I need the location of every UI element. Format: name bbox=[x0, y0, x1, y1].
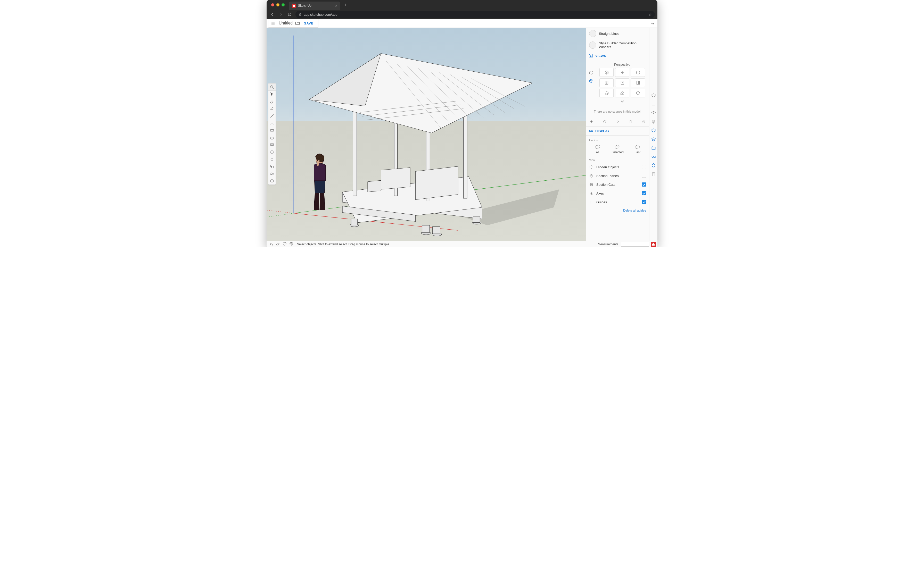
soften-button[interactable] bbox=[650, 162, 657, 169]
open-folder-button[interactable] bbox=[295, 20, 300, 26]
play-scene-button[interactable] bbox=[615, 119, 620, 125]
view-right-button[interactable] bbox=[599, 78, 614, 87]
scene-settings-button[interactable] bbox=[641, 119, 647, 125]
offset-tool[interactable] bbox=[268, 141, 276, 148]
view-label: View bbox=[586, 157, 649, 163]
style-item[interactable]: Straight Lines bbox=[586, 28, 649, 39]
browser-tab[interactable]: SketchUp × bbox=[289, 2, 340, 10]
delete-scene-button[interactable] bbox=[628, 119, 634, 125]
svg-marker-28 bbox=[381, 168, 410, 189]
line-tool[interactable] bbox=[268, 112, 276, 120]
svg-line-3 bbox=[267, 210, 294, 213]
3d-viewport[interactable] bbox=[267, 28, 586, 241]
svg-point-55 bbox=[643, 121, 644, 122]
close-tab-icon[interactable]: × bbox=[335, 4, 337, 7]
hidden-objects-option[interactable]: Hidden Objects bbox=[586, 163, 649, 171]
svg-point-60 bbox=[654, 156, 656, 158]
bookmark-star-icon[interactable]: ☆ bbox=[648, 13, 652, 16]
maximize-window-button[interactable] bbox=[282, 3, 285, 7]
svg-rect-53 bbox=[639, 81, 639, 84]
svg-rect-38 bbox=[473, 216, 480, 222]
checkbox[interactable] bbox=[642, 183, 646, 187]
view-iso-button[interactable] bbox=[599, 68, 614, 77]
select-tool[interactable] bbox=[268, 91, 276, 98]
redo-button[interactable] bbox=[276, 242, 280, 247]
unhide-all-button[interactable]: All bbox=[594, 144, 601, 154]
guides-option[interactable]: Guides bbox=[586, 197, 649, 206]
views-section-header[interactable]: VIEWS bbox=[586, 51, 649, 60]
style-label: Style Builder Competition Winners bbox=[599, 41, 646, 49]
view-top-button[interactable] bbox=[615, 68, 629, 77]
svg-point-51 bbox=[622, 82, 623, 83]
forward-button[interactable] bbox=[278, 12, 284, 18]
refresh-scene-button[interactable] bbox=[602, 119, 607, 125]
sketchup-logo-icon[interactable] bbox=[651, 242, 656, 247]
paint-tool[interactable] bbox=[268, 105, 276, 112]
layers-button[interactable] bbox=[650, 136, 657, 142]
delete-guides-link[interactable]: Delete all guides bbox=[623, 209, 646, 212]
section-planes-option[interactable]: Section Planes bbox=[586, 171, 649, 180]
tape-tool[interactable] bbox=[268, 170, 276, 177]
rotate-tool[interactable] bbox=[268, 156, 276, 163]
view-left-button[interactable] bbox=[631, 78, 645, 87]
menu-button[interactable] bbox=[269, 20, 277, 27]
eraser-tool[interactable] bbox=[268, 98, 276, 105]
expand-views-button[interactable] bbox=[597, 97, 648, 104]
svg-rect-35 bbox=[351, 219, 358, 225]
collapse-panel-button[interactable] bbox=[650, 21, 655, 26]
view-bottom-button[interactable] bbox=[599, 89, 614, 97]
styles-button[interactable] bbox=[650, 127, 657, 133]
instructor-button[interactable] bbox=[650, 101, 657, 107]
checkbox[interactable] bbox=[642, 200, 646, 204]
style-item[interactable]: Style Builder Competition Winners bbox=[586, 39, 649, 51]
scenes-button[interactable] bbox=[650, 145, 657, 151]
display-button[interactable] bbox=[650, 154, 657, 160]
add-scene-button[interactable] bbox=[589, 119, 594, 125]
tab-title: SketchUp bbox=[298, 4, 333, 7]
back-button[interactable] bbox=[269, 12, 276, 18]
svg-point-41 bbox=[271, 109, 271, 110]
window-controls[interactable] bbox=[269, 3, 287, 7]
view-iso2-button[interactable] bbox=[631, 89, 645, 97]
close-window-button[interactable] bbox=[271, 3, 274, 7]
display-section-header[interactable]: DISPLAY bbox=[586, 126, 649, 136]
view-house-button[interactable] bbox=[615, 89, 629, 97]
new-tab-button[interactable]: + bbox=[342, 1, 348, 9]
help-button[interactable] bbox=[282, 242, 287, 247]
clipboard-button[interactable] bbox=[650, 171, 657, 177]
save-button[interactable]: SAVE bbox=[301, 20, 316, 27]
view-front-button[interactable] bbox=[631, 68, 645, 77]
checkbox[interactable] bbox=[642, 165, 646, 169]
pushpull-tool[interactable] bbox=[268, 134, 276, 141]
style-thumb-icon bbox=[589, 41, 596, 49]
entity-info-button[interactable] bbox=[650, 92, 657, 99]
section-cuts-option[interactable]: Section Cuts bbox=[586, 180, 649, 189]
checkbox[interactable] bbox=[642, 174, 646, 178]
rectangle-tool[interactable] bbox=[268, 127, 276, 134]
geo-button[interactable] bbox=[289, 242, 294, 247]
reload-button[interactable] bbox=[287, 12, 293, 18]
materials-button[interactable] bbox=[650, 118, 657, 125]
minimize-window-button[interactable] bbox=[276, 3, 279, 7]
arc-tool[interactable] bbox=[268, 120, 276, 127]
measurements-input[interactable] bbox=[621, 242, 649, 247]
glasses-icon bbox=[589, 128, 593, 133]
axes-option[interactable]: Axes bbox=[586, 189, 649, 197]
scale-tool[interactable] bbox=[268, 163, 276, 170]
view-back-button[interactable] bbox=[615, 78, 629, 87]
address-bar[interactable]: app.sketchup.com/app ☆ bbox=[295, 11, 655, 18]
status-hint: Select objects. Shift to extend select. … bbox=[296, 242, 596, 246]
move-tool[interactable] bbox=[268, 148, 276, 156]
unhide-last-button[interactable]: Last bbox=[634, 144, 641, 154]
search-tool[interactable] bbox=[268, 84, 276, 91]
perspective-label: Perspective bbox=[597, 62, 648, 68]
undo-button[interactable] bbox=[269, 242, 273, 247]
svg-rect-10 bbox=[353, 105, 356, 196]
section-tool[interactable] bbox=[268, 177, 276, 184]
components-button[interactable] bbox=[650, 110, 657, 116]
unhide-selected-button[interactable]: Selected bbox=[612, 144, 624, 154]
parallel-mode-button[interactable] bbox=[587, 77, 595, 84]
measurements-label: Measurements bbox=[598, 242, 619, 246]
checkbox[interactable] bbox=[642, 191, 646, 195]
perspective-mode-button[interactable] bbox=[587, 69, 595, 76]
